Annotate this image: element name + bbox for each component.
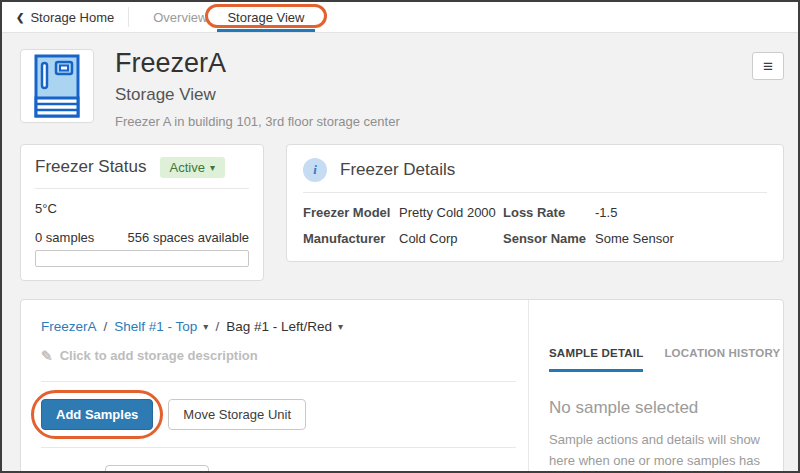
no-sample-selected-message: Sample actions and details will show her… [549,429,764,473]
breadcrumb-current-item: Bag #1 - Left/Red [226,319,332,334]
panels-row: Freezer Status Active ▾ 5°C 0 samples 55… [20,144,784,281]
field-value: Some Sensor [595,231,767,246]
divider [41,447,516,448]
page-body: FreezerA Storage View Freezer A in build… [2,33,798,473]
caret-down-icon[interactable]: ▾ [338,321,343,332]
temperature-value: 5°C [35,201,249,216]
view-by-row: View by: All samples [41,465,516,473]
capacity-progress-bar [35,250,249,267]
divider [303,192,767,193]
tab-overview[interactable]: Overview [143,2,217,32]
breadcrumb-separator: / [104,319,108,334]
action-buttons: Add Samples Move Storage Unit [41,399,516,430]
nav-divider [128,7,129,27]
edit-pencil-icon: ✎ [41,348,53,364]
sample-detail-panel: SAMPLE DETAIL LOCATION HISTORY No sample… [528,300,783,473]
page-title: FreezerA [115,49,752,79]
details-panel-title: Freezer Details [340,160,455,180]
sample-detail-tabs: SAMPLE DETAIL LOCATION HISTORY [549,347,767,372]
field-label: Manufacturer [303,231,399,246]
breadcrumb: FreezerA / Shelf #1 - Top ▾ / Bag #1 - L… [41,319,516,334]
tab-sample-detail[interactable]: SAMPLE DETAIL [549,347,643,372]
page-subtitle: Storage View [115,85,752,105]
freezer-icon [34,54,80,118]
menu-button[interactable]: ≡ [752,52,784,80]
tab-location-history[interactable]: LOCATION HISTORY [664,347,780,372]
freezer-status-panel: Freezer Status Active ▾ 5°C 0 samples 55… [20,144,264,281]
field-value: Cold Corp [399,231,503,246]
field-label: Freezer Model [303,205,399,220]
storage-view-page: ❮ Storage Home Overview Storage View [0,0,800,473]
storage-unit-card: FreezerA / Shelf #1 - Top ▾ / Bag #1 - L… [20,299,784,473]
freezer-description: Freezer A in building 101, 3rd floor sto… [115,114,752,129]
divider [35,188,249,189]
status-panel-title: Freezer Status [35,157,147,177]
caret-down-icon[interactable]: ▾ [203,321,208,332]
no-sample-selected-title: No sample selected [549,398,767,418]
view-by-select[interactable]: All samples [105,465,209,473]
freezer-icon-card [20,49,94,123]
field-label: Loss Rate [503,205,595,220]
divider [41,381,516,382]
add-samples-button[interactable]: Add Samples [41,399,153,430]
field-value: Pretty Cold 2000 [399,205,503,220]
tab-storage-view[interactable]: Storage View [217,2,314,32]
caret-down-icon: ▾ [210,162,215,173]
storage-home-back-link[interactable]: ❮ Storage Home [16,2,114,32]
storage-home-label: Storage Home [30,10,114,25]
hamburger-icon: ≡ [763,58,773,75]
add-storage-description[interactable]: ✎ Click to add storage description [41,348,516,364]
field-value: -1.5 [595,205,767,220]
freezer-header: FreezerA Storage View Freezer A in build… [20,49,784,129]
info-icon: i [303,158,327,182]
field-label: Sensor Name [503,231,595,246]
top-nav: ❮ Storage Home Overview Storage View [2,2,798,33]
breadcrumb-shelf-link[interactable]: Shelf #1 - Top [114,319,197,334]
chevron-left-icon: ❮ [16,12,24,23]
header-text: FreezerA Storage View Freezer A in build… [115,49,752,129]
active-tab-underline [217,29,314,32]
move-storage-unit-button[interactable]: Move Storage Unit [168,399,306,430]
storage-unit-left: FreezerA / Shelf #1 - Top ▾ / Bag #1 - L… [21,300,528,473]
breadcrumb-freezer-link[interactable]: FreezerA [41,319,97,334]
details-fields: Freezer Model Pretty Cold 2000 Loss Rate… [303,205,767,246]
freezer-details-panel: i Freezer Details Freezer Model Pretty C… [286,144,784,262]
spaces-available: 556 spaces available [128,230,249,245]
status-badge[interactable]: Active ▾ [160,157,225,178]
breadcrumb-separator: / [215,319,219,334]
sample-count: 0 samples [35,230,94,245]
